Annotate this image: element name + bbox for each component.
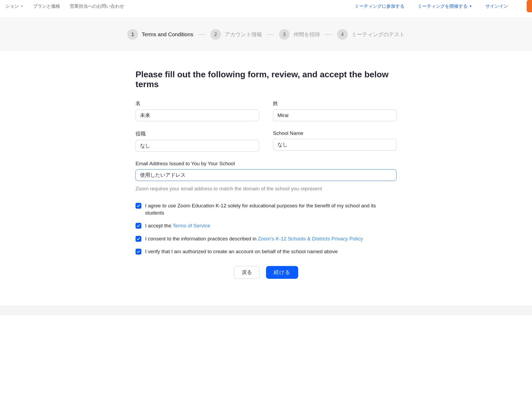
field-school-name: School Name: [273, 130, 396, 152]
caret-down-icon: ▼: [21, 5, 23, 8]
school-name-input[interactable]: [273, 139, 396, 151]
checkboxes: I agree to use Zoom Education K-12 solel…: [136, 202, 396, 255]
nav-host-meeting[interactable]: ミーティングを開催する ▼: [418, 3, 472, 9]
nav-signin-label: サインイン: [485, 3, 508, 9]
nav-pricing[interactable]: プランと価格: [33, 3, 60, 9]
email-label: Email Address Issued to You by Your Scho…: [136, 161, 396, 167]
checkbox-1[interactable]: [136, 203, 141, 209]
page-title: Please fill out the following form, revi…: [136, 70, 396, 89]
last-name-label: 姓: [273, 100, 396, 107]
main-form: Please fill out the following form, revi…: [130, 51, 402, 289]
signup-button-edge[interactable]: [527, 0, 532, 12]
field-email: Email Address Issued to You by Your Scho…: [136, 161, 396, 192]
checkbox-2[interactable]: [136, 223, 141, 229]
action-buttons: 戻る 続ける: [136, 266, 396, 279]
nav-pricing-label: プランと価格: [33, 3, 60, 9]
terms-of-service-link[interactable]: Terms of Service: [173, 223, 210, 228]
step-sep: ----: [198, 32, 206, 37]
check-authorized: I verify that I am authorized to create …: [136, 248, 396, 255]
check-3-text: I consent to the information practices d…: [145, 235, 396, 243]
check-icon: [137, 250, 140, 253]
footer: [0, 305, 532, 315]
checkbox-3[interactable]: [136, 236, 141, 242]
check-educational-purpose: I agree to use Zoom Education K-12 solel…: [136, 202, 396, 216]
check-1-text: I agree to use Zoom Education K-12 solel…: [145, 202, 396, 216]
first-name-label: 名: [136, 100, 259, 107]
school-name-label: School Name: [273, 130, 396, 136]
first-name-input[interactable]: [136, 110, 259, 121]
step-2: 2 アカウント情報 ----: [210, 29, 274, 40]
step-1: 1 Terms and Conditions ----: [127, 29, 205, 40]
nav-solutions-label: ション: [5, 3, 19, 9]
step-label: アカウント情報: [225, 31, 262, 38]
nav-join-meeting[interactable]: ミーティングに参加する: [355, 3, 404, 9]
check-icon: [137, 204, 140, 208]
position-input[interactable]: [136, 140, 259, 152]
nav-sign-in[interactable]: サインイン: [485, 3, 508, 9]
top-nav: ション ▼ プランと価格 営業担当へのお問い合わせ ミーティングに参加する ミー…: [0, 0, 532, 18]
step-num: 2: [210, 29, 221, 40]
caret-down-icon: ▼: [469, 5, 472, 8]
email-input[interactable]: [136, 169, 396, 181]
step-num: 4: [337, 29, 348, 40]
step-num: 1: [127, 29, 138, 40]
check-4-text: I verify that I am authorized to create …: [145, 248, 396, 255]
field-first-name: 名: [136, 100, 259, 121]
check-3-prefix: I consent to the information practices d…: [145, 236, 258, 241]
checkbox-4[interactable]: [136, 249, 141, 255]
nav-host-label: ミーティングを開催する: [418, 3, 468, 9]
check-privacy: I consent to the information practices d…: [136, 235, 396, 243]
row-name: 名 姓: [136, 100, 396, 121]
email-helper: Zoom requires your email address to matc…: [136, 186, 396, 192]
last-name-input[interactable]: [273, 110, 396, 121]
stepper: 1 Terms and Conditions ---- 2 アカウント情報 --…: [0, 18, 532, 51]
nav-contact-sales[interactable]: 営業担当へのお問い合わせ: [70, 3, 124, 9]
check-icon: [137, 237, 140, 241]
step-3: 3 仲間を招待 ----: [279, 29, 332, 40]
step-sep: ----: [267, 32, 274, 37]
nav-solutions[interactable]: ション ▼: [5, 3, 23, 9]
check-2-text: I accept the Terms of Service: [145, 222, 396, 229]
step-4: 4 ミーティングのテスト: [337, 29, 405, 40]
field-last-name: 姓: [273, 100, 396, 121]
step-label: Terms and Conditions: [142, 31, 193, 38]
nav-right: ミーティングに参加する ミーティングを開催する ▼ サインイン: [355, 0, 527, 12]
step-label: 仲間を招待: [293, 31, 320, 38]
nav-join-label: ミーティングに参加する: [355, 3, 404, 9]
privacy-policy-link[interactable]: Zoom's K-12 Schools & Districts Privacy …: [258, 236, 363, 241]
check-2-prefix: I accept the: [145, 223, 173, 228]
nav-contact-label: 営業担当へのお問い合わせ: [70, 3, 124, 9]
position-label: 役職: [136, 130, 259, 137]
step-label: ミーティングのテスト: [351, 31, 405, 38]
nav-left: ション ▼ プランと価格 営業担当へのお問い合わせ: [5, 3, 124, 9]
step-sep: ----: [325, 32, 332, 37]
check-icon: [137, 224, 140, 228]
check-terms: I accept the Terms of Service: [136, 222, 396, 229]
back-button[interactable]: 戻る: [234, 266, 260, 279]
row-position-school: 役職 School Name: [136, 130, 396, 152]
continue-button[interactable]: 続ける: [266, 266, 298, 279]
step-num: 3: [279, 29, 290, 40]
field-position: 役職: [136, 130, 259, 152]
